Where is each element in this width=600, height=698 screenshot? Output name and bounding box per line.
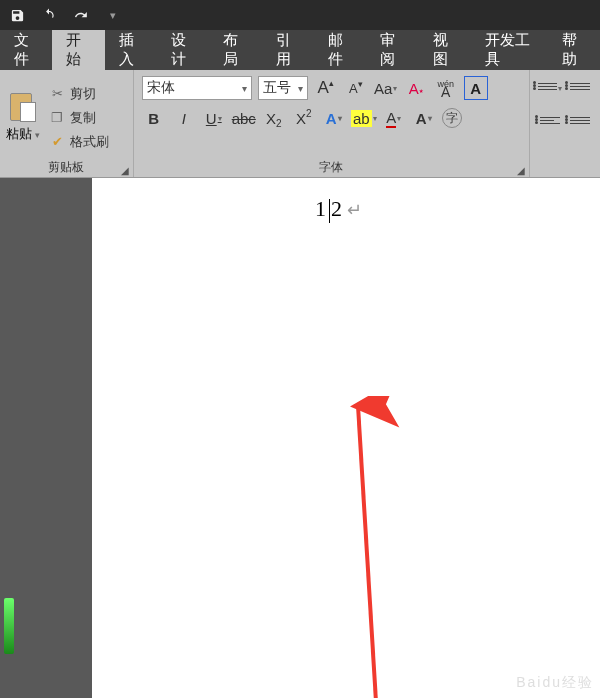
clipboard-launcher-icon[interactable]: ◢ bbox=[120, 165, 130, 175]
title-bar: ▾ bbox=[0, 0, 600, 30]
font-launcher-icon[interactable]: ◢ bbox=[516, 165, 526, 175]
save-icon[interactable] bbox=[8, 6, 26, 24]
tab-help[interactable]: 帮助 bbox=[548, 30, 600, 70]
paste-button[interactable]: 粘贴 ▾ bbox=[6, 125, 40, 143]
scissors-icon: ✂ bbox=[48, 86, 66, 101]
document-text[interactable]: 12↵ bbox=[315, 196, 364, 223]
font-size-input[interactable]: 五号▾ bbox=[258, 76, 308, 100]
group-clipboard: 粘贴 ▾ ✂剪切 ❐复制 ✔格式刷 剪贴板 ◢ bbox=[0, 70, 134, 177]
highlight-button[interactable]: ab bbox=[352, 106, 376, 130]
document-page[interactable]: 12↵ bbox=[92, 178, 600, 698]
change-case-button[interactable]: Aa bbox=[374, 76, 398, 100]
ribbon-tabs: 文件 开始 插入 设计 布局 引用 邮件 审阅 视图 开发工具 帮助 bbox=[0, 30, 600, 70]
font-group-label: 字体 ◢ bbox=[134, 159, 529, 177]
text-effects-button[interactable]: A bbox=[322, 106, 346, 130]
tab-developer[interactable]: 开发工具 bbox=[471, 30, 548, 70]
undo-icon[interactable] bbox=[40, 6, 58, 24]
shrink-font-button[interactable]: A▾ bbox=[344, 76, 368, 100]
align-left-button[interactable] bbox=[538, 110, 562, 134]
svg-line-0 bbox=[358, 406, 379, 698]
font-name-input[interactable]: 宋体▾ bbox=[142, 76, 252, 100]
superscript-button[interactable]: X2 bbox=[292, 106, 316, 130]
align-left-icon bbox=[540, 115, 560, 129]
tab-view[interactable]: 视图 bbox=[419, 30, 471, 70]
align-center-icon bbox=[570, 115, 590, 129]
tab-file[interactable]: 文件 bbox=[0, 30, 52, 70]
italic-button[interactable]: I bbox=[172, 106, 196, 130]
paragraph-group-label bbox=[530, 159, 600, 177]
char-shading-button[interactable]: A bbox=[412, 106, 436, 130]
chevron-down-icon[interactable]: ▾ bbox=[242, 83, 247, 94]
clear-format-button[interactable]: A⭑ bbox=[404, 76, 428, 100]
subscript-button[interactable]: X2 bbox=[262, 106, 286, 130]
qat-overflow-icon[interactable]: ▾ bbox=[110, 9, 116, 22]
underline-button[interactable]: U bbox=[202, 106, 226, 130]
paste-icon[interactable] bbox=[10, 93, 36, 123]
bullets-button[interactable] bbox=[538, 76, 562, 100]
number-list-icon bbox=[570, 81, 590, 95]
format-painter-button[interactable]: ✔格式刷 bbox=[48, 130, 109, 154]
clipboard-group-label: 剪贴板 ◢ bbox=[0, 159, 133, 177]
annotation-arrow-icon bbox=[349, 396, 419, 698]
cut-button[interactable]: ✂剪切 bbox=[48, 82, 109, 106]
copy-button[interactable]: ❐复制 bbox=[48, 106, 109, 130]
group-paragraph bbox=[530, 70, 600, 177]
redo-icon[interactable] bbox=[72, 6, 90, 24]
bullet-list-icon bbox=[538, 81, 557, 95]
numbering-button[interactable] bbox=[568, 76, 592, 100]
bold-button[interactable]: B bbox=[142, 106, 166, 130]
tab-review[interactable]: 审阅 bbox=[366, 30, 418, 70]
strikethrough-button[interactable]: abc bbox=[232, 106, 256, 130]
tab-layout[interactable]: 布局 bbox=[209, 30, 261, 70]
grow-font-button[interactable]: A▴ bbox=[314, 76, 338, 100]
chevron-down-icon[interactable]: ▾ bbox=[298, 83, 303, 94]
ribbon: 粘贴 ▾ ✂剪切 ❐复制 ✔格式刷 剪贴板 ◢ 宋体▾ 五号▾ A▴ A▾ Aa… bbox=[0, 70, 600, 178]
copy-icon: ❐ bbox=[48, 110, 66, 125]
font-color-button[interactable]: A bbox=[382, 106, 406, 130]
tab-mailings[interactable]: 邮件 bbox=[314, 30, 366, 70]
tab-home[interactable]: 开始 bbox=[52, 30, 104, 70]
ruler-gutter bbox=[0, 178, 92, 698]
tab-design[interactable]: 设计 bbox=[157, 30, 209, 70]
level-meter-icon bbox=[4, 598, 14, 654]
phonetic-guide-button[interactable]: wénA bbox=[434, 76, 458, 100]
tab-references[interactable]: 引用 bbox=[262, 30, 314, 70]
group-font: 宋体▾ 五号▾ A▴ A▾ Aa A⭑ wénA A B I U abc X2 … bbox=[134, 70, 530, 177]
workspace: 12↵ Baidu经验 bbox=[0, 178, 600, 698]
align-center-button[interactable] bbox=[568, 110, 592, 134]
brush-icon: ✔ bbox=[48, 134, 66, 149]
character-border-button[interactable]: A bbox=[464, 76, 488, 100]
enclose-char-button[interactable]: 字 bbox=[442, 108, 462, 128]
tab-insert[interactable]: 插入 bbox=[105, 30, 157, 70]
paragraph-mark-icon: ↵ bbox=[347, 200, 364, 220]
